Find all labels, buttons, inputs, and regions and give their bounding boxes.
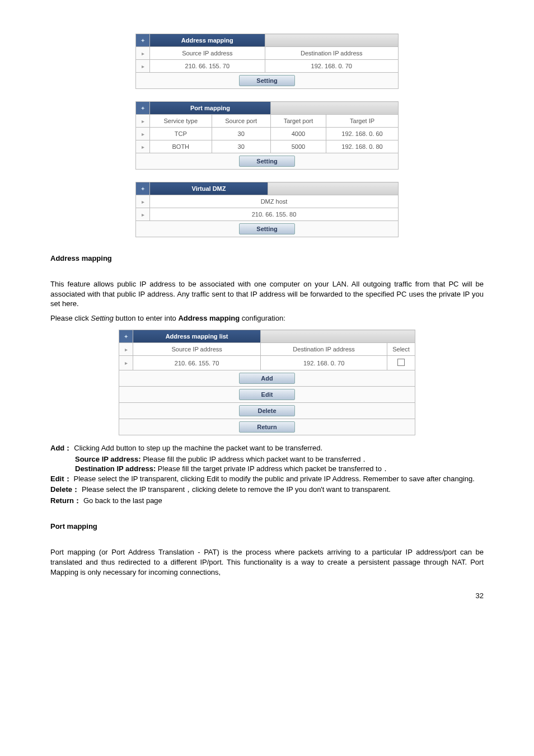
row-marker: ▸: [136, 47, 150, 60]
source-ip-header: Source IP address: [133, 343, 261, 356]
add-definition: Clicking Add button to step up the machi…: [72, 443, 484, 453]
address-mapping-table: ✦ Address mapping ▸ Source IP address De…: [135, 34, 399, 89]
header-blank: [270, 102, 398, 115]
address-mapping-list-table: ✦ Address mapping list ▸ Source IP addre…: [119, 330, 415, 435]
add-term: Add：: [50, 443, 72, 453]
return-term: Return：: [50, 496, 81, 506]
destination-ip-header: Destination IP address: [265, 47, 398, 60]
service-type-value: TCP: [150, 128, 212, 140]
row-marker: ▸: [136, 140, 150, 153]
source-ip-definition: Source IP address: Please fill the publi…: [50, 454, 484, 464]
destination-ip-value: 192. 168. 0. 70: [261, 356, 387, 370]
service-type-header: Service type: [150, 115, 212, 128]
row-marker: ▸: [119, 356, 133, 370]
target-ip-header: Target IP: [326, 115, 399, 128]
source-port-header: Source port: [212, 115, 270, 128]
service-type-value: BOTH: [150, 140, 212, 153]
table-corner: ✦: [119, 330, 133, 343]
destination-ip-header: Destination IP address: [261, 343, 387, 356]
source-port-value: 30: [212, 128, 270, 140]
address-mapping-list-title: Address mapping list: [133, 330, 261, 343]
source-ip-value: 210. 66. 155. 70: [133, 356, 261, 370]
target-port-value: 4000: [270, 128, 326, 140]
source-port-value: 30: [212, 140, 270, 153]
dmz-host-value: 210. 66. 155. 80: [150, 208, 399, 221]
row-marker: ▸: [136, 128, 150, 140]
target-port-value: 5000: [270, 140, 326, 153]
address-mapping-paragraph-1: This feature allows public IP address to…: [50, 279, 484, 309]
add-button[interactable]: Add: [239, 373, 295, 384]
setting-button[interactable]: Setting: [239, 223, 295, 234]
destination-ip-value: 192. 168. 0. 70: [265, 60, 398, 73]
address-mapping-title: Address mapping: [150, 34, 265, 47]
page-number: 32: [50, 591, 484, 600]
select-header: Select: [387, 343, 415, 356]
setting-button[interactable]: Setting: [239, 75, 295, 86]
delete-term: Delete：: [50, 485, 79, 495]
virtual-dmz-table: ✦ Virtual DMZ ▸ DMZ host ▸ 210. 66. 155.…: [135, 182, 399, 237]
address-mapping-paragraph-2: Please click Setting button to enter int…: [50, 313, 484, 323]
port-mapping-paragraph-1: Port mapping (or Port Address Translatio…: [50, 547, 484, 577]
row-marker: ▸: [136, 115, 150, 128]
virtual-dmz-title: Virtual DMZ: [150, 182, 268, 195]
definitions-list: Add： Clicking Add button to step up the …: [50, 443, 484, 505]
delete-definition: Please select the IP transparent，clickin…: [79, 485, 484, 495]
return-button[interactable]: Return: [239, 421, 295, 433]
port-mapping-table: ✦ Port mapping ▸ Service type Source por…: [135, 101, 399, 170]
header-blank: [261, 330, 415, 343]
row-marker: ▸: [119, 343, 133, 356]
target-ip-value: 192. 168. 0. 60: [326, 128, 399, 140]
header-blank: [265, 34, 398, 47]
header-blank: [268, 182, 399, 195]
setting-button[interactable]: Setting: [239, 156, 295, 167]
port-mapping-title: Port mapping: [150, 102, 271, 115]
source-ip-header: Source IP address: [150, 47, 265, 60]
source-ip-value: 210. 66. 155. 70: [150, 60, 265, 73]
edit-button[interactable]: Edit: [239, 389, 295, 400]
target-ip-value: 192. 168. 0. 80: [326, 140, 399, 153]
row-marker: ▸: [136, 195, 150, 208]
table-corner: ✦: [136, 182, 150, 195]
delete-button[interactable]: Delete: [239, 405, 295, 416]
row-marker: ▸: [136, 208, 150, 221]
target-port-header: Target port: [270, 115, 326, 128]
destination-ip-definition: Destination IP address: Please fill the …: [50, 464, 484, 474]
return-definition: Go back to the last page: [81, 496, 484, 506]
row-marker: ▸: [136, 60, 150, 73]
edit-term: Edit：: [50, 474, 72, 484]
edit-definition: Please select the IP transparent, clicki…: [72, 474, 484, 484]
dmz-host-header: DMZ host: [150, 195, 399, 208]
table-corner: ✦: [136, 102, 150, 115]
table-corner: ✦: [136, 34, 150, 47]
address-mapping-heading: Address mapping: [50, 254, 484, 262]
port-mapping-heading: Port mapping: [50, 522, 484, 530]
select-checkbox[interactable]: [397, 359, 405, 366]
